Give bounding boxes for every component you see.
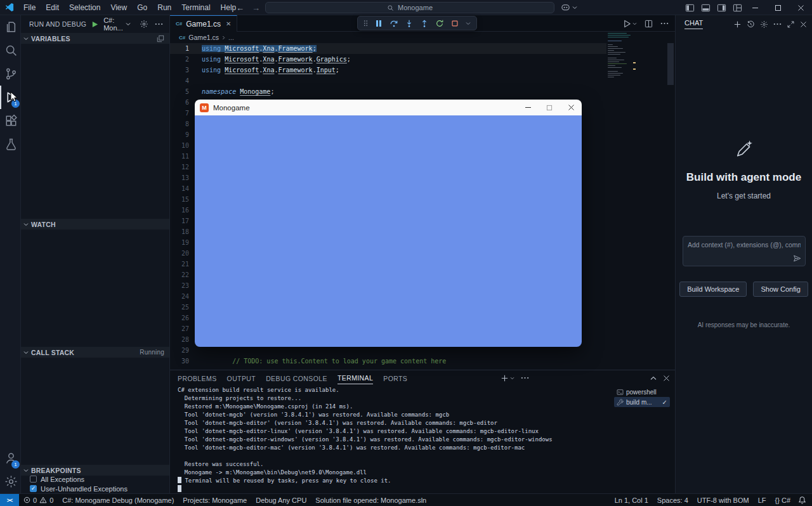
debug-config-dropdown[interactable]: C#: Mon... bbox=[103, 16, 131, 32]
close-button[interactable] bbox=[789, 0, 812, 15]
panel-tab-terminal[interactable]: TERMINAL bbox=[337, 372, 373, 384]
chat-action-show-config[interactable]: Show Config bbox=[753, 282, 808, 297]
sidebar-item-extensions[interactable] bbox=[0, 109, 20, 133]
new-terminal-icon[interactable] bbox=[501, 374, 514, 382]
remote-indicator[interactable]: >< bbox=[0, 494, 19, 506]
editor-scrollbar[interactable] bbox=[667, 43, 674, 85]
send-icon[interactable] bbox=[793, 254, 801, 263]
chevron-down-icon bbox=[23, 469, 29, 472]
collapse-all-icon[interactable] bbox=[157, 35, 164, 42]
toggle-secondary-sidebar-icon[interactable] bbox=[717, 3, 726, 13]
breakpoint-item[interactable]: All Exceptions bbox=[21, 474, 169, 484]
section-watch[interactable]: WATCH bbox=[21, 219, 169, 230]
more-actions-icon[interactable] bbox=[154, 22, 164, 27]
problems-status[interactable]: 0 0 bbox=[19, 496, 58, 504]
chat-input-box[interactable] bbox=[683, 236, 806, 266]
sidebar-item-search[interactable] bbox=[0, 39, 20, 62]
tab-game1cs[interactable]: C# Game1.cs ✕ bbox=[170, 15, 237, 32]
customize-layout-icon[interactable] bbox=[733, 3, 742, 13]
panel-tab-problems[interactable]: PROBLEMS bbox=[178, 372, 217, 384]
gear-icon[interactable] bbox=[760, 20, 768, 29]
section-variables[interactable]: VARIABLES bbox=[21, 33, 169, 44]
status-item[interactable]: {} C# bbox=[771, 496, 795, 504]
sidebar-item-source-control[interactable] bbox=[0, 62, 20, 86]
checkbox[interactable] bbox=[30, 476, 37, 483]
new-chat-icon[interactable] bbox=[733, 20, 742, 29]
debug-settings-gear-icon[interactable] bbox=[138, 18, 150, 30]
game-window[interactable]: M Monogame bbox=[195, 100, 582, 347]
menu-terminal[interactable]: Terminal bbox=[176, 0, 215, 15]
chevron-down-icon[interactable] bbox=[464, 21, 473, 26]
copilot-button[interactable] bbox=[561, 3, 577, 12]
status-item[interactable]: LF bbox=[754, 496, 771, 504]
back-icon[interactable]: ← bbox=[236, 3, 244, 13]
breakpoint-item[interactable]: ✓User-Unhandled Exceptions bbox=[21, 484, 169, 493]
panel-tab-debug-console[interactable]: DEBUG CONSOLE bbox=[266, 372, 327, 384]
breakpoints-list: All Exceptions✓User-Unhandled Exceptions bbox=[21, 474, 169, 493]
status-item[interactable]: Solution file opened: Monogame.sln bbox=[311, 496, 431, 504]
history-icon[interactable] bbox=[747, 20, 755, 29]
status-item[interactable]: Debug Any CPU bbox=[251, 496, 311, 504]
status-item[interactable]: Ln 1, Col 1 bbox=[610, 496, 653, 504]
breadcrumb-file[interactable]: Game1.cs bbox=[188, 34, 219, 41]
menu-go[interactable]: Go bbox=[132, 0, 152, 15]
breadcrumb[interactable]: C# Game1.cs ... bbox=[170, 32, 675, 43]
chat-input[interactable] bbox=[688, 241, 801, 249]
status-item[interactable]: C#: Monogame Debug (Monogame) bbox=[58, 496, 178, 504]
sidebar-item-testing[interactable] bbox=[0, 133, 20, 156]
menu-edit[interactable]: Edit bbox=[41, 0, 64, 15]
split-editor-icon[interactable] bbox=[645, 20, 653, 28]
maximize-panel-icon[interactable] bbox=[650, 376, 657, 380]
restart-button[interactable] bbox=[433, 18, 446, 29]
section-call-stack[interactable]: CALL STACK Running bbox=[21, 347, 169, 358]
minimize-button[interactable] bbox=[743, 0, 766, 15]
close-icon[interactable] bbox=[800, 21, 807, 28]
notifications-bell-icon[interactable] bbox=[795, 496, 812, 504]
maximize-button[interactable] bbox=[766, 0, 789, 15]
status-item[interactable]: UTF-8 with BOM bbox=[693, 496, 754, 504]
forward-icon[interactable]: → bbox=[252, 3, 260, 13]
sidebar-item-explorer[interactable] bbox=[0, 15, 20, 39]
sidebar-item-settings[interactable] bbox=[0, 470, 20, 493]
toggle-sidebar-icon[interactable] bbox=[685, 3, 695, 13]
step-over-button[interactable] bbox=[388, 18, 400, 29]
more-actions-icon[interactable] bbox=[660, 22, 669, 25]
debug-start-button[interactable] bbox=[90, 20, 100, 29]
step-out-button[interactable] bbox=[418, 18, 431, 29]
sidebar-item-accounts[interactable]: 1 bbox=[0, 446, 20, 470]
tab-chat[interactable]: CHAT bbox=[684, 19, 703, 29]
breadcrumb-more[interactable]: ... bbox=[228, 34, 234, 41]
status-item[interactable]: Projects: Monogame bbox=[178, 496, 251, 504]
stop-button[interactable] bbox=[449, 18, 461, 29]
close-button[interactable] bbox=[560, 100, 582, 115]
maximize-button[interactable] bbox=[539, 100, 560, 115]
terminal-list-item[interactable]: build m...✓ bbox=[614, 397, 670, 407]
panel-tab-ports[interactable]: PORTS bbox=[383, 372, 407, 384]
terminal-output[interactable]: C# extension build result service is ava… bbox=[178, 386, 612, 493]
checkbox[interactable]: ✓ bbox=[30, 485, 37, 492]
menu-selection[interactable]: Selection bbox=[64, 0, 105, 15]
status-right-items: Ln 1, Col 1Spaces: 4UTF-8 with BOMLF{} C… bbox=[610, 494, 795, 506]
menu-file[interactable]: File bbox=[18, 0, 41, 15]
menu-run[interactable]: Run bbox=[152, 0, 176, 15]
more-actions-icon[interactable] bbox=[521, 377, 529, 379]
game-window-titlebar[interactable]: M Monogame bbox=[195, 100, 582, 115]
expand-icon[interactable] bbox=[787, 20, 795, 29]
chat-action-build-workspace[interactable]: Build Workspace bbox=[679, 282, 747, 297]
tab-close-icon[interactable]: ✕ bbox=[226, 20, 231, 27]
status-item[interactable]: Spaces: 4 bbox=[653, 496, 693, 504]
panel-tab-output[interactable]: OUTPUT bbox=[227, 372, 256, 384]
toggle-panel-icon[interactable] bbox=[701, 3, 710, 13]
terminal-list-item[interactable]: powershell bbox=[614, 387, 670, 397]
close-panel-icon[interactable] bbox=[663, 375, 670, 382]
run-file-icon[interactable] bbox=[623, 20, 637, 28]
minimize-button[interactable] bbox=[517, 100, 539, 115]
more-actions-icon[interactable] bbox=[773, 23, 782, 25]
step-into-button[interactable] bbox=[403, 18, 416, 29]
minimap[interactable] bbox=[606, 32, 636, 370]
line-number: 23 bbox=[170, 280, 189, 291]
command-center[interactable]: Monogame bbox=[265, 2, 554, 13]
pause-button[interactable] bbox=[372, 18, 385, 29]
menu-view[interactable]: View bbox=[105, 0, 132, 15]
drag-handle-icon[interactable] bbox=[362, 19, 370, 27]
